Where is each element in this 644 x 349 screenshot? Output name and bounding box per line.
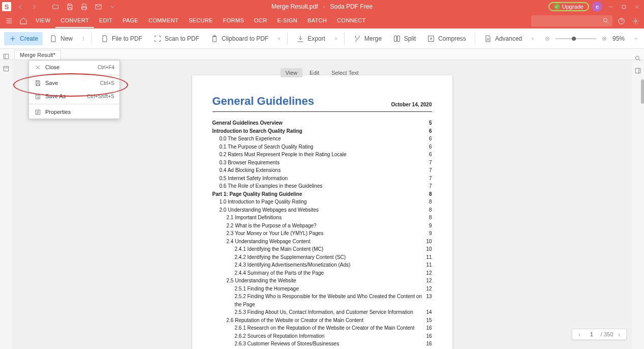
- toc-entry: 0.2 Raters Must Represent People in thei…: [212, 151, 432, 159]
- scrollbar-thumb[interactable]: [641, 79, 644, 104]
- left-sidebar: [0, 49, 12, 73]
- home-icon[interactable]: [16, 14, 30, 28]
- bookmark-icon[interactable]: [2, 64, 11, 73]
- chevron-left-icon[interactable]: [275, 35, 283, 43]
- help-icon[interactable]: [616, 15, 627, 26]
- page-total: / 350: [601, 331, 613, 337]
- svg-point-4: [83, 38, 84, 39]
- gear-icon[interactable]: [630, 15, 641, 26]
- clipboard-to-pdf-button[interactable]: Clipboard to PDF: [206, 32, 273, 45]
- panel-icon[interactable]: [2, 52, 11, 61]
- svg-point-0: [603, 18, 607, 22]
- toc-entry: 2.6 Reputation of the Website or Creator…: [212, 316, 432, 325]
- toc-entry: 2.6.1 Research on the Reputation of the …: [212, 324, 432, 332]
- toc-entry: 0.5 Internet Safety Information7: [212, 174, 432, 183]
- ctx-save[interactable]: SaveCtrl+S: [29, 76, 119, 90]
- merge-button[interactable]: Merge: [349, 32, 386, 45]
- menu-batch[interactable]: BATCH: [302, 14, 332, 28]
- arrow-right-icon[interactable]: [28, 1, 40, 12]
- doc-mode-edit[interactable]: Edit: [304, 68, 324, 77]
- toc-entry: 2.1 Important Definitions8: [212, 214, 432, 222]
- menu-edit[interactable]: EDIT: [94, 14, 117, 28]
- toc-entry: Introduction to Search Quality Rating6: [212, 127, 432, 135]
- menu-comment[interactable]: COMMENT: [143, 14, 183, 28]
- toc-entry: 2.5.1 Finding the Homepage12: [212, 285, 432, 293]
- chevron-right-icon[interactable]: [529, 35, 537, 43]
- maximize-button[interactable]: [619, 2, 629, 12]
- table-of-contents: General Guidelines Overview5Introduction…: [212, 119, 432, 349]
- search-input[interactable]: [531, 15, 612, 26]
- toc-entry: 2.0 Understanding Webpages and Websites8: [212, 206, 432, 214]
- app-logo: S: [2, 2, 11, 11]
- close-button[interactable]: [632, 2, 642, 12]
- user-avatar[interactable]: e: [592, 2, 602, 12]
- toc-entry: 0.6 The Role of Examples in these Guidel…: [212, 182, 432, 190]
- scan-to-pdf-button[interactable]: Scan to PDF: [149, 32, 204, 45]
- menu-ocr[interactable]: OCR: [249, 14, 272, 28]
- zoom-value: 95%: [612, 35, 628, 42]
- toc-entry: 2.4.4 Summary of the Parts of the Page12: [212, 269, 432, 277]
- save-icon[interactable]: [64, 1, 75, 12]
- page-number-input[interactable]: [586, 331, 598, 337]
- more-icon[interactable]: [79, 35, 87, 43]
- chevron-down-icon[interactable]: [107, 1, 118, 12]
- toc-entry: 0.0 The Search Experience6: [212, 135, 432, 143]
- menu-page[interactable]: PAGE: [117, 14, 143, 28]
- advanced-button[interactable]: Advanced: [479, 32, 527, 45]
- vertical-scrollbar[interactable]: [640, 60, 644, 264]
- file-to-pdf-button[interactable]: File to PDF: [96, 32, 147, 45]
- menu-view[interactable]: VIEW: [30, 14, 55, 28]
- hamburger-icon[interactable]: [2, 14, 16, 28]
- menu-e-sign[interactable]: E-SIGN: [272, 14, 302, 28]
- toc-entry: 2.4.1 Identifying the Main Content (MC)1…: [212, 245, 432, 253]
- next-page-icon[interactable]: ›: [616, 331, 622, 337]
- mail-icon[interactable]: [93, 1, 104, 12]
- menu-convert[interactable]: CONVERT: [55, 14, 94, 28]
- close-icon: [34, 64, 41, 71]
- toc-entry: 0.1 The Purpose of Search Quality Rating…: [212, 143, 432, 151]
- toc-entry: 2.3 Your Money or Your Life (YMYL) Pages…: [212, 229, 432, 238]
- chevron-right-icon[interactable]: [332, 35, 340, 43]
- toc-entry: 2.5.2 Finding Who is Responsible for the…: [212, 293, 432, 308]
- ctx-close[interactable]: CloseCtrl+F4: [29, 61, 119, 74]
- ctx-save-as[interactable]: Save AsCtrl+Shift+S: [29, 90, 119, 103]
- prev-page-icon[interactable]: ‹: [576, 331, 582, 337]
- create-button[interactable]: Create: [4, 32, 43, 45]
- page-navigator[interactable]: ‹ / 350 ›: [572, 329, 627, 340]
- toc-entry: General Guidelines Overview5: [212, 119, 432, 127]
- menu-bar: VIEWCONVERTEDITPAGECOMMENTSECUREFORMSOCR…: [0, 13, 644, 28]
- split-button[interactable]: Split: [388, 32, 420, 45]
- zoom-in-icon[interactable]: [600, 35, 608, 43]
- minimize-button[interactable]: [605, 2, 616, 12]
- toc-entry: 2.5.3 Finding About Us, Contact Informat…: [212, 308, 432, 316]
- props-icon: [34, 108, 41, 115]
- arrow-left-icon[interactable]: [14, 1, 25, 12]
- svg-point-2: [634, 20, 636, 22]
- toc-entry: 2.6.3 Customer Reviews of Stores/Busines…: [212, 340, 432, 348]
- chevron-down-icon[interactable]: [632, 35, 640, 43]
- tab-bar: Merge Result*: [0, 49, 644, 60]
- toc-entry: 1.0 Introduction to Page Quality Rating8: [212, 198, 432, 206]
- pdf-page: General Guidelines October 14, 2020 Gene…: [192, 75, 452, 349]
- export-button[interactable]: Export: [292, 32, 330, 45]
- doc-mode-select-text[interactable]: Select Text: [326, 68, 364, 77]
- new-button[interactable]: New: [45, 32, 77, 45]
- folder-open-icon[interactable]: [50, 1, 61, 12]
- toc-entry: 2.4.3 Identifying Advertisements/Monetiz…: [212, 261, 432, 269]
- zoom-out-icon[interactable]: [543, 35, 551, 43]
- doc-mode-view[interactable]: View: [280, 68, 302, 77]
- zoom-slider[interactable]: [556, 38, 596, 39]
- title-appname: Soda PDF Free: [330, 3, 373, 10]
- menu-secure[interactable]: SECURE: [183, 14, 218, 28]
- toc-entry: 2.2 What is the Purpose of a Webpage?9: [212, 222, 432, 230]
- print-icon[interactable]: [78, 1, 89, 12]
- compress-button[interactable]: Compress: [422, 32, 471, 45]
- ctx-properties[interactable]: Properties: [29, 105, 119, 119]
- saveas-icon: [34, 93, 41, 100]
- svg-point-5: [83, 40, 84, 40]
- save-icon: [34, 79, 41, 86]
- menu-connect[interactable]: CONNECT: [332, 14, 371, 28]
- menu-forms[interactable]: FORMS: [218, 14, 249, 28]
- upgrade-button[interactable]: ✓ Upgrade: [548, 2, 589, 11]
- document-tab[interactable]: Merge Result*: [14, 50, 61, 60]
